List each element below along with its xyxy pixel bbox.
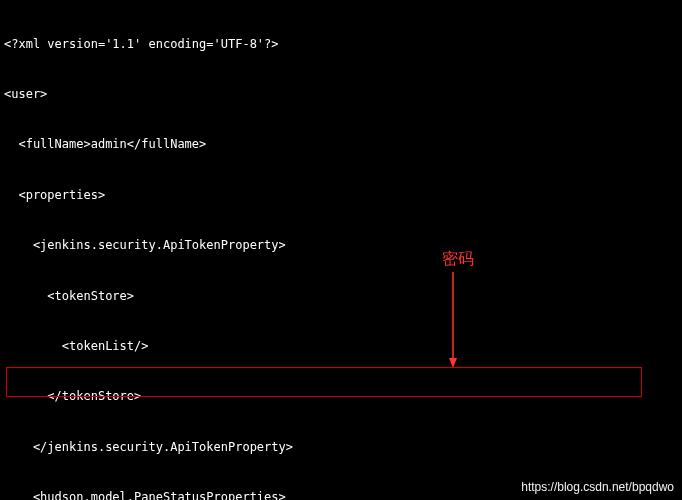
code-line: <?xml version='1.1' encoding='UTF-8'?> xyxy=(4,36,678,53)
code-line: <jenkins.security.ApiTokenProperty> xyxy=(4,237,678,254)
code-line: <tokenStore> xyxy=(4,288,678,305)
code-line: <properties> xyxy=(4,187,678,204)
watermark-text: https://blog.csdn.net/bpqdwo xyxy=(521,479,674,496)
code-line: <tokenList/> xyxy=(4,338,678,355)
password-annotation-label: 密码 xyxy=(442,248,474,270)
code-line: <fullName>admin</fullName> xyxy=(4,136,678,153)
code-line: <user> xyxy=(4,86,678,103)
code-line: </tokenStore> xyxy=(4,388,678,405)
code-line: </jenkins.security.ApiTokenProperty> xyxy=(4,439,678,456)
xml-code-block: <?xml version='1.1' encoding='UTF-8'?> <… xyxy=(0,0,682,500)
